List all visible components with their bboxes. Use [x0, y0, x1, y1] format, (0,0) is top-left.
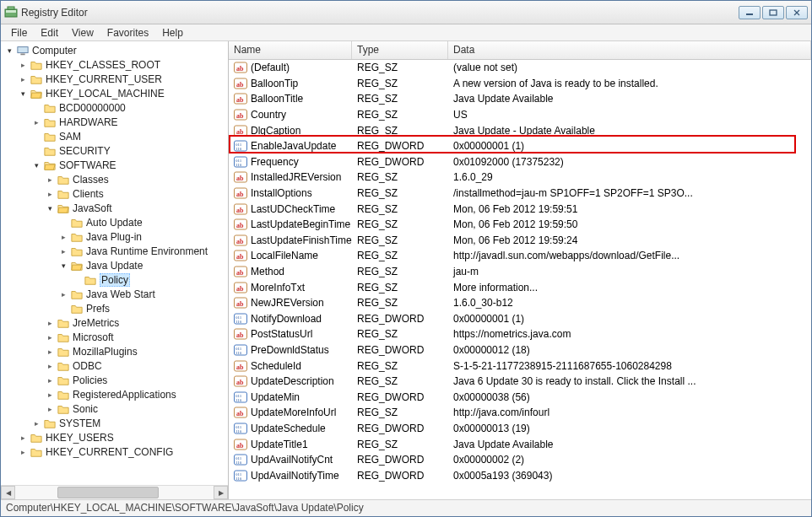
- tree-item[interactable]: ▾Computer: [1, 43, 228, 57]
- value-row[interactable]: BalloonTitleREG_SZJava Update Available: [229, 91, 811, 107]
- expand-icon[interactable]: ▸: [18, 60, 28, 70]
- expand-icon[interactable]: ▸: [45, 175, 55, 185]
- close-button[interactable]: [786, 6, 808, 19]
- value-row[interactable]: InstalledJREVersionREG_SZ1.6.0_29: [229, 170, 811, 186]
- value-row[interactable]: UpdateTitle1REG_SZJava Update Available: [229, 436, 811, 452]
- menu-favorites[interactable]: Favorites: [100, 25, 155, 40]
- expand-icon[interactable]: ▸: [45, 361, 55, 371]
- minimize-button[interactable]: [739, 6, 761, 19]
- expand-icon[interactable]: ▸: [45, 347, 55, 357]
- value-row[interactable]: LastUpdateFinishTimeREG_SZMon, 06 Feb 20…: [229, 233, 811, 249]
- collapse-icon[interactable]: ▾: [45, 203, 55, 213]
- values-panel[interactable]: Name Type Data (Default)REG_SZ(value not…: [229, 41, 811, 499]
- tree-item[interactable]: Policy: [1, 272, 228, 287]
- tree-item[interactable]: SAM: [1, 129, 228, 143]
- value-row[interactable]: LastUDCheckTimeREG_SZMon, 06 Feb 2012 19…: [229, 201, 811, 217]
- tree-item[interactable]: ▸HKEY_CLASSES_ROOT: [1, 57, 228, 72]
- tree-item[interactable]: ▸Java Runtime Environment: [1, 244, 228, 258]
- collapse-icon[interactable]: ▾: [58, 261, 68, 271]
- value-row[interactable]: PostStatusUrlREG_SZhttps://nometrics.jav…: [229, 326, 811, 342]
- tree-item[interactable]: ▸HKEY_USERS: [1, 430, 228, 444]
- scroll-left-icon[interactable]: ◀: [1, 486, 15, 499]
- expand-icon[interactable]: ▸: [58, 246, 68, 256]
- tree-panel[interactable]: ▾Computer▸HKEY_CLASSES_ROOT▸HKEY_CURRENT…: [1, 41, 229, 499]
- col-header-type[interactable]: Type: [352, 41, 448, 59]
- tree-item[interactable]: ▸Policies: [1, 373, 228, 387]
- tree-item[interactable]: ▸HARDWARE: [1, 115, 228, 129]
- value-row[interactable]: NewJREVersionREG_SZ1.6.0_30-b12: [229, 295, 811, 311]
- value-row[interactable]: ScheduleIdREG_SZS-1-5-21-1177238915-2111…: [229, 358, 811, 374]
- scroll-right-icon[interactable]: ▶: [214, 486, 228, 499]
- tree-item[interactable]: ▸HKEY_CURRENT_CONFIG: [1, 444, 228, 459]
- tree-item[interactable]: ▸Clients: [1, 186, 228, 201]
- value-row[interactable]: (Default)REG_SZ(value not set): [229, 60, 811, 76]
- tree-item[interactable]: SECURITY: [1, 143, 228, 158]
- expand-icon[interactable]: ▸: [45, 332, 55, 342]
- expand-icon[interactable]: ▸: [58, 232, 68, 242]
- expand-icon[interactable]: ▸: [18, 447, 28, 457]
- value-row[interactable]: NotifyDownloadREG_DWORD0x00000001 (1): [229, 311, 811, 327]
- value-row[interactable]: DlgCaptionREG_SZJava Update - Update Ava…: [229, 122, 811, 138]
- expand-icon[interactable]: ▸: [45, 189, 55, 199]
- value-row[interactable]: MoreInfoTxtREG_SZMore information...: [229, 279, 811, 295]
- expand-icon[interactable]: ▸: [45, 390, 55, 400]
- tree-item[interactable]: ▸RegisteredApplications: [1, 387, 228, 401]
- collapse-icon[interactable]: ▾: [31, 160, 41, 170]
- value-data: 1.6.0_29: [448, 171, 811, 183]
- expand-icon[interactable]: ▸: [18, 433, 28, 443]
- tree-item[interactable]: ▾SOFTWARE: [1, 158, 228, 172]
- tree-item[interactable]: Auto Update: [1, 215, 228, 229]
- expand-icon[interactable]: ▸: [31, 418, 41, 428]
- tree-item[interactable]: ▸HKEY_CURRENT_USER: [1, 72, 228, 86]
- value-row[interactable]: FrequencyREG_DWORD0x01092000 (17375232): [229, 154, 811, 170]
- tree-item[interactable]: Prefs: [1, 301, 228, 315]
- maximize-button[interactable]: [762, 6, 784, 19]
- expand-icon[interactable]: ▸: [31, 117, 41, 127]
- value-row[interactable]: EnableJavaUpdateREG_DWORD0x00000001 (1): [229, 138, 811, 154]
- expand-icon[interactable]: ▸: [58, 289, 68, 299]
- tree-item[interactable]: ▸ODBC: [1, 358, 228, 373]
- value-row[interactable]: CountryREG_SZUS: [229, 107, 811, 123]
- tree-item[interactable]: ▸SYSTEM: [1, 416, 228, 430]
- col-header-data[interactable]: Data: [448, 41, 811, 59]
- tree-item[interactable]: ▸Java Web Start: [1, 287, 228, 301]
- value-row[interactable]: MethodREG_SZjau-m: [229, 264, 811, 280]
- tree-item[interactable]: ▸Classes: [1, 172, 228, 186]
- expand-icon[interactable]: ▸: [45, 318, 55, 328]
- tree-item[interactable]: ▾HKEY_LOCAL_MACHINE: [1, 86, 228, 100]
- tree-item[interactable]: ▸Java Plug-in: [1, 229, 228, 244]
- collapse-icon[interactable]: ▾: [4, 46, 14, 56]
- tree-item[interactable]: BCD00000000: [1, 100, 228, 115]
- expand-icon[interactable]: ▸: [18, 74, 28, 84]
- tree-item[interactable]: ▸JreMetrics: [1, 315, 228, 330]
- scroll-thumb[interactable]: [57, 487, 159, 498]
- menu-view[interactable]: View: [65, 25, 100, 40]
- titlebar[interactable]: Registry Editor: [1, 1, 811, 24]
- value-row[interactable]: UpdateMinREG_DWORD0x00000038 (56): [229, 389, 811, 405]
- value-row[interactable]: LastUpdateBeginTimeREG_SZMon, 06 Feb 201…: [229, 217, 811, 233]
- value-row[interactable]: LocalFileNameREG_SZhttp://javadl.sun.com…: [229, 248, 811, 264]
- expand-icon[interactable]: ▸: [45, 375, 55, 385]
- col-header-name[interactable]: Name: [229, 41, 352, 59]
- value-row[interactable]: UpdAvailNotifyTimeREG_DWORD0x0005a193 (3…: [229, 467, 811, 483]
- value-row[interactable]: UpdateDescriptionREG_SZJava 6 Update 30 …: [229, 374, 811, 390]
- dword-icon: [234, 155, 247, 169]
- string-icon: [234, 281, 247, 294]
- expand-icon[interactable]: ▸: [45, 404, 55, 414]
- tree-item[interactable]: ▸Sonic: [1, 401, 228, 416]
- menu-edit[interactable]: Edit: [34, 25, 65, 40]
- collapse-icon[interactable]: ▾: [18, 89, 28, 99]
- value-row[interactable]: UpdateMoreInfoUrlREG_SZhttp://java.com/i…: [229, 405, 811, 421]
- tree-item[interactable]: ▾JavaSoft: [1, 201, 228, 215]
- value-row[interactable]: InstallOptionsREG_SZ/installmethod=jau-m…: [229, 186, 811, 202]
- tree-item[interactable]: ▸MozillaPlugins: [1, 344, 228, 358]
- menu-help[interactable]: Help: [155, 25, 190, 40]
- value-row[interactable]: UpdAvailNotifyCntREG_DWORD0x00000002 (2): [229, 452, 811, 468]
- value-row[interactable]: UpdateScheduleREG_DWORD0x00000013 (19): [229, 421, 811, 437]
- menu-file[interactable]: File: [4, 25, 34, 40]
- tree-item[interactable]: ▸Microsoft: [1, 330, 228, 344]
- value-row[interactable]: PreDownldStatusREG_DWORD0x00000012 (18): [229, 342, 811, 358]
- tree-item[interactable]: ▾Java Update: [1, 258, 228, 272]
- value-row[interactable]: BalloonTipREG_SZA new version of Java is…: [229, 76, 811, 92]
- tree-hscrollbar[interactable]: ◀ ▶: [1, 485, 228, 499]
